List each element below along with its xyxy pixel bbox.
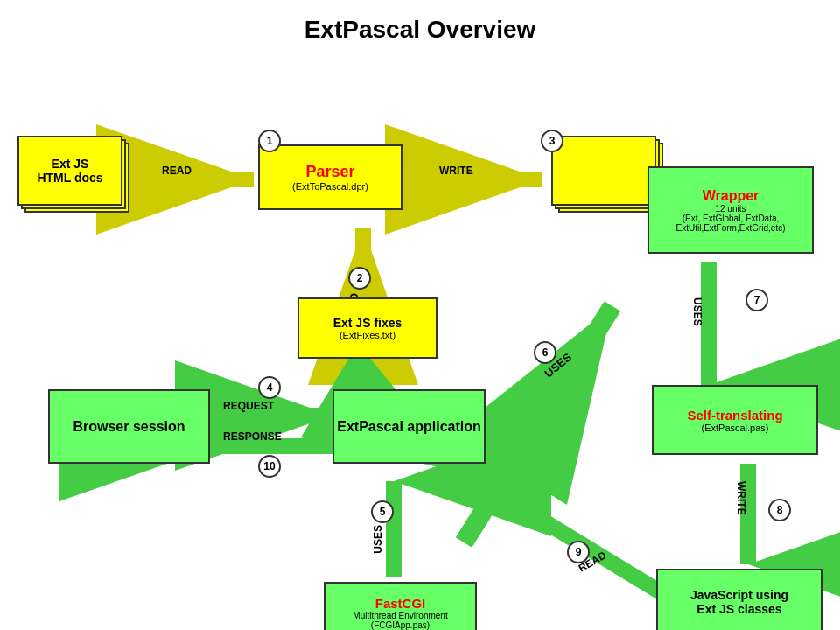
label-uses5: USES — [372, 525, 384, 554]
label-response10: RESPONSE — [223, 430, 282, 443]
badge-3: 3 — [541, 130, 564, 152]
browser-session-box: Browser session — [48, 389, 210, 464]
page-title: ExtPascal Overview — [0, 0, 840, 52]
label-write8: WRITE — [735, 481, 747, 515]
label-write3: WRITE — [439, 164, 473, 177]
label-request4: REQUEST — [223, 400, 274, 412]
self-translating-box: Self-translating (ExtPascal.pas) — [652, 385, 818, 455]
parser-box: Parser (ExtToPascal.dpr) — [258, 144, 402, 210]
label-read1: READ — [162, 164, 192, 177]
badge-5: 5 — [371, 500, 394, 523]
badge-8: 8 — [768, 499, 791, 522]
javascript-box: JavaScript using Ext JS classes — [656, 569, 822, 630]
badge-10: 10 — [258, 455, 281, 478]
wrapper-box: Wrapper 12 units (Ext, ExtGlobal, ExtDat… — [648, 166, 814, 254]
badge-6: 6 — [534, 341, 556, 364]
extpascal-app-box: ExtPascal application — [332, 389, 486, 464]
ext-js-fixes-box: Ext JS fixes (ExtFixes.txt) — [298, 298, 438, 359]
badge-2: 2 — [348, 267, 371, 290]
svg-line-11 — [464, 306, 612, 542]
svg-line-14 — [464, 472, 665, 595]
badge-9: 9 — [567, 541, 590, 564]
badge-4: 4 — [258, 376, 281, 399]
label-uses7: USES — [691, 298, 704, 326]
fastcgi-box: FastCGI Multithread Environment (FCGIApp… — [324, 582, 477, 630]
badge-7: 7 — [746, 289, 768, 312]
badge-1: 1 — [258, 130, 281, 152]
